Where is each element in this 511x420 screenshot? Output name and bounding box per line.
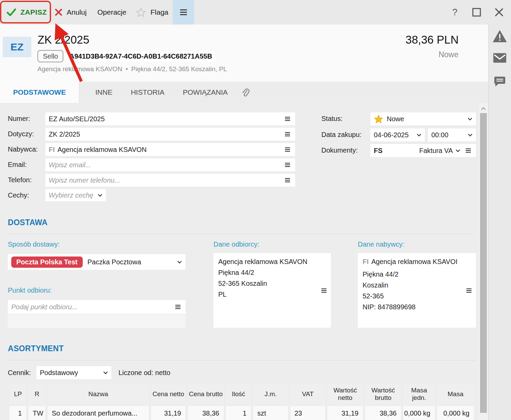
dane-nabywcy-panel[interactable]: FIAgencja reklamowa KSAVOI Piękna 44/2 K… <box>358 253 476 328</box>
col-jm[interactable]: J.m. <box>253 384 288 404</box>
col-wartosc-brutto[interactable]: Wartość brutto <box>365 384 401 404</box>
col-wartosc-netto[interactable]: Wartość netto <box>328 384 363 404</box>
dostawa-section-title: DOSTAWA <box>8 218 48 227</box>
telefon-field[interactable]: Wpisz numer telefonu... <box>45 174 295 187</box>
email-field[interactable]: Wpisz email... <box>45 158 295 171</box>
flag-button[interactable]: Flaga <box>136 0 169 25</box>
nabywca-panel-name: FIAgencja reklamowa KSAVOI <box>363 258 471 266</box>
toolbar: ZAPISZ Anuluj Operacje Flaga ? <box>0 0 511 25</box>
envelope-icon <box>493 53 506 63</box>
punkt-odbioru-field[interactable]: Podaj punkt odbioru... <box>8 300 186 314</box>
comment-button[interactable] <box>494 76 506 88</box>
dotyczy-menu-icon[interactable] <box>283 130 292 139</box>
email-menu-icon[interactable] <box>283 160 292 169</box>
dotyczy-value: ZK 2/2025 <box>49 130 283 138</box>
odbiorca-country: PL <box>218 291 326 298</box>
cechy-placeholder: Wybierz cechę <box>49 191 98 199</box>
save-button[interactable]: ZAPISZ <box>7 0 47 25</box>
col-masa-jedn[interactable]: Masa jedn. <box>403 384 435 404</box>
content-area: Numer: EZ Auto/SEL/2025 Dotyczy: ZK 2/20… <box>0 103 488 420</box>
document-guid[interactable]: A941D3B4-92A7-4C6D-A0B1-64C68271A55B <box>66 51 215 62</box>
cechy-dropdown[interactable]: Wybierz cechę <box>45 189 106 201</box>
col-vat[interactable]: VAT <box>290 384 325 404</box>
warning-triangle-icon <box>493 30 507 43</box>
sposob-dostawy-label: Sposób dostawy: <box>8 240 60 248</box>
odbiorca-menu-icon[interactable] <box>319 286 328 295</box>
flag-button-label: Flaga <box>150 8 169 16</box>
numer-field[interactable]: EZ Auto/SEL/2025 <box>45 112 295 125</box>
table-header-row: LP R Nazwa Cena netto Cena brutto Ilość … <box>10 384 474 404</box>
col-masa[interactable]: Masa <box>437 384 474 404</box>
toolbar-menu-button[interactable] <box>173 0 194 25</box>
cell-ilosc: 1 <box>226 406 251 420</box>
table-row[interactable]: 1 TW So dezodorant perfumowa... 31,19 38… <box>10 406 474 420</box>
dokumenty-label: Dokumenty: <box>321 146 358 154</box>
close-icon <box>495 8 504 17</box>
tab-inne[interactable]: INNE <box>86 82 122 103</box>
status-dropdown[interactable]: Nowe <box>370 112 476 125</box>
odbiorca-name: Agencja reklamowa KSAVON <box>218 258 326 266</box>
punkt-odbioru-menu-icon[interactable] <box>173 302 182 311</box>
tab-podstawowe[interactable]: PODSTAWOWE <box>0 82 79 103</box>
nabywca-menu-icon[interactable] <box>464 286 473 295</box>
cancel-button[interactable]: Anuluj <box>55 0 86 25</box>
document-header: EZ ZK 2/2025 Sello A941D3B4-92A7-4C6D-A0… <box>0 25 488 82</box>
status-label: Status: <box>321 115 342 123</box>
document-amount: 38,36 PLN <box>405 33 459 46</box>
close-button[interactable] <box>492 0 506 25</box>
chevron-down-icon <box>467 118 473 121</box>
col-nazwa[interactable]: Nazwa <box>48 384 149 404</box>
document-type-badge: EZ <box>3 37 31 57</box>
telefon-menu-icon[interactable] <box>283 176 292 185</box>
subtitle-company: Agencja reklamowa KSAVON <box>37 65 122 73</box>
attachments-button[interactable] <box>240 82 250 103</box>
time-dropdown[interactable]: 00:00 <box>428 128 476 141</box>
email-message-button[interactable] <box>493 53 506 63</box>
col-cena-brutto[interactable]: Cena brutto <box>188 384 224 404</box>
help-button-label: ? <box>452 7 457 18</box>
maximize-icon <box>472 8 481 17</box>
time-value: 00:00 <box>431 131 468 139</box>
cell-jm: szt <box>253 406 288 420</box>
carrier-dropdown[interactable]: Poczta Polska Test Paczka Pocztowa <box>8 254 186 270</box>
tab-powiazania[interactable]: POWIĄZANIA <box>174 82 237 103</box>
chevron-down-icon <box>456 149 460 152</box>
dotyczy-label: Dotyczy: <box>8 130 34 138</box>
operations-button-label: Operacje <box>97 8 126 16</box>
paperclip-icon <box>240 87 250 97</box>
tab-historia[interactable]: HISTORIA <box>122 82 174 103</box>
chat-bubble-icon <box>494 76 506 88</box>
check-icon <box>7 9 16 16</box>
col-r[interactable]: R <box>29 384 45 404</box>
help-button[interactable]: ? <box>448 0 462 25</box>
warning-button[interactable] <box>493 30 507 43</box>
col-ilosc[interactable]: Ilość <box>226 384 251 404</box>
dokumenty-dropdown[interactable]: FS Faktura VA <box>370 144 476 157</box>
nabywca-field[interactable]: FI Agencja reklamowa KSAVON <box>45 143 295 156</box>
subtitle-address: Piękna 44/2, 52-365 Koszalin, PL <box>131 65 227 73</box>
cechy-label: Cechy: <box>8 191 29 199</box>
scrollbar-thumb[interactable] <box>480 113 487 413</box>
dokumenty-value: Faktura VA <box>383 147 456 155</box>
col-cena-netto[interactable]: Cena netto <box>151 384 186 404</box>
cell-wartosc-brutto: 38,36 <box>365 406 401 420</box>
cell-cena-brutto: 38,36 <box>188 406 224 420</box>
vertical-scrollbar[interactable] <box>479 103 488 420</box>
dotyczy-field[interactable]: ZK 2/2025 <box>45 128 295 141</box>
nabywca-menu-icon[interactable] <box>283 145 292 154</box>
scroll-up-button[interactable] <box>479 105 488 112</box>
punkt-odbioru-placeholder: Podaj punkt odbioru... <box>11 303 173 311</box>
dokumenty-menu-icon[interactable] <box>464 146 473 155</box>
cell-masa: 0,000 kg <box>437 406 474 420</box>
document-subtitle: Agencja reklamowa KSAVON • Piękna 44/2, … <box>37 65 227 73</box>
col-lp[interactable]: LP <box>10 384 26 404</box>
date-dropdown[interactable]: 04-06-2025 <box>370 128 425 141</box>
operations-button[interactable]: Operacje <box>97 0 126 25</box>
numer-menu-icon[interactable] <box>283 114 292 123</box>
maximize-button[interactable] <box>470 0 483 25</box>
cennik-label: Cennik: <box>8 369 31 377</box>
cennik-dropdown[interactable]: Podstawowy <box>36 366 111 379</box>
sello-button[interactable]: Sello <box>37 50 63 62</box>
dane-odbiorcy-panel[interactable]: Agencja reklamowa KSAVON Piękna 44/2 52-… <box>213 253 331 328</box>
star-icon <box>374 114 383 124</box>
